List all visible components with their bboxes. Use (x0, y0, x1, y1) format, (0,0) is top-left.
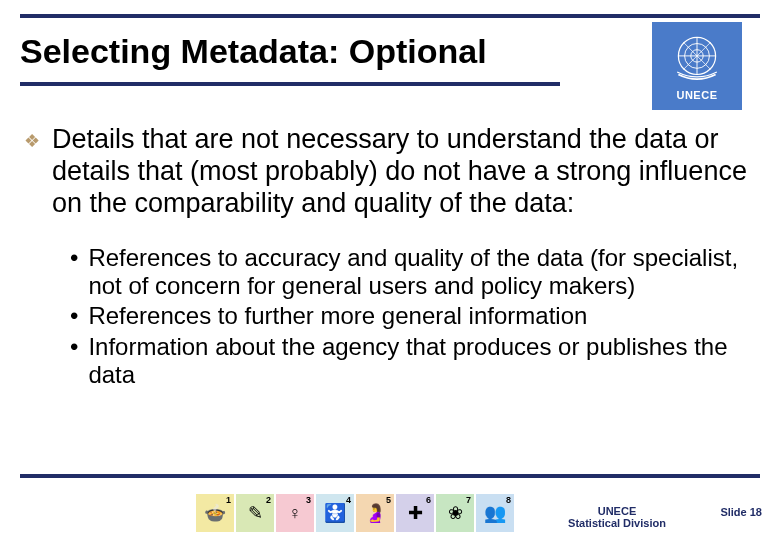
mdg-glyph-icon: 🤰 (364, 502, 386, 524)
mdg-number: 4 (346, 495, 351, 505)
mdg-icon-4: 4 🚼 (316, 494, 354, 532)
footer-org: UNECE Statistical Division (552, 505, 682, 530)
sub-bullet-text: Information about the agency that produc… (88, 333, 756, 390)
mdg-number: 8 (506, 495, 511, 505)
mdg-glyph-icon: ❀ (448, 502, 463, 524)
mdg-icon-3: 3 ♀ (276, 494, 314, 532)
mdg-icon-1: 1 🍲 (196, 494, 234, 532)
sub-bullet: • Information about the agency that prod… (70, 333, 756, 390)
sub-bullet-text: References to further more general infor… (88, 302, 756, 330)
bullet-dot-icon: • (70, 244, 78, 301)
logo-label: UNECE (676, 89, 717, 101)
mdg-icon-6: 6 ✚ (396, 494, 434, 532)
slide-number: Slide 18 (720, 506, 762, 518)
top-rule (20, 14, 760, 18)
title-rule (20, 82, 560, 86)
footer-rule (20, 474, 760, 478)
mdg-icon-strip: 1 🍲 2 ✎ 3 ♀ 4 🚼 5 🤰 6 ✚ 7 ❀ 8 👥 (196, 494, 514, 532)
mdg-icon-2: 2 ✎ (236, 494, 274, 532)
bullet-dot-icon: • (70, 302, 78, 330)
slide-title: Selecting Metadata: Optional (20, 32, 487, 71)
unece-logo: UNECE (652, 22, 742, 110)
sub-bullet-list: • References to accuracy and quality of … (70, 244, 756, 390)
mdg-number: 5 (386, 495, 391, 505)
mdg-glyph-icon: ✎ (248, 502, 263, 524)
slide-label: Slide (720, 506, 746, 518)
mdg-icon-8: 8 👥 (476, 494, 514, 532)
mdg-number: 3 (306, 495, 311, 505)
mdg-number: 1 (226, 495, 231, 505)
sub-bullet: • References to accuracy and quality of … (70, 244, 756, 301)
slide: Selecting Metadata: Optional UNECE ❖ Det… (0, 0, 780, 540)
mdg-glyph-icon: ♀ (288, 503, 302, 524)
mdg-glyph-icon: ✚ (408, 502, 423, 524)
diamond-bullet-icon: ❖ (24, 131, 40, 152)
mdg-icon-5: 5 🤰 (356, 494, 394, 532)
mdg-number: 7 (466, 495, 471, 505)
mdg-glyph-icon: 🚼 (324, 502, 346, 524)
mdg-number: 6 (426, 495, 431, 505)
content-area: ❖ Details that are not necessary to unde… (24, 124, 756, 391)
sub-bullet: • References to further more general inf… (70, 302, 756, 330)
main-bullet-text: Details that are not necessary to unders… (52, 124, 756, 220)
mdg-glyph-icon: 🍲 (204, 502, 226, 524)
sub-bullet-text: References to accuracy and quality of th… (88, 244, 756, 301)
footer-org-line1: UNECE (552, 505, 682, 518)
slide-number-value: 18 (750, 506, 762, 518)
mdg-icon-7: 7 ❀ (436, 494, 474, 532)
mdg-number: 2 (266, 495, 271, 505)
un-emblem-icon (666, 31, 728, 87)
bullet-dot-icon: • (70, 333, 78, 390)
main-bullet: ❖ Details that are not necessary to unde… (24, 124, 756, 220)
footer-org-line2: Statistical Division (552, 517, 682, 530)
mdg-glyph-icon: 👥 (484, 502, 506, 524)
